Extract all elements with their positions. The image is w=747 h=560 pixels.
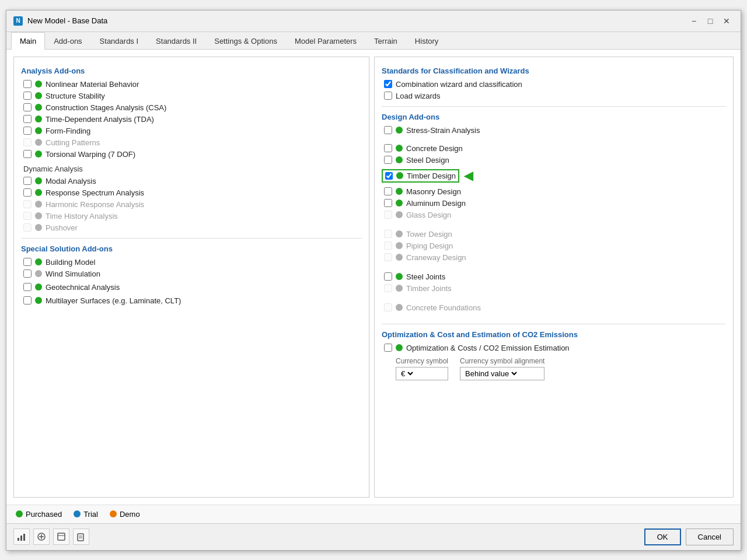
optimization-main: Optimization & Costs / CO2 Emission Esti… — [384, 344, 726, 352]
design-glass: Glass Design — [384, 211, 726, 219]
bottom-icon-tool2[interactable] — [53, 528, 69, 545]
addon-csa-checkbox[interactable] — [23, 103, 32, 111]
standards-title: Standards for Classification and Wizards — [382, 66, 726, 75]
currency-alignment-dropdown[interactable]: Behind value Before value — [463, 369, 519, 379]
addon-torsional: Torsional Warping (7 DOF) — [23, 150, 362, 159]
maximize-button[interactable]: □ — [703, 15, 717, 27]
tab-standards2[interactable]: Standards II — [147, 32, 205, 50]
bottom-icon-tool3[interactable] — [73, 528, 89, 545]
currency-alignment-select[interactable]: Behind value Before value — [460, 367, 544, 380]
design-steel-joints-dot — [396, 273, 403, 280]
std-load-label: Load wizards — [396, 92, 441, 100]
std-load-checkbox[interactable] — [384, 92, 392, 100]
title-bar: N New Model - Base Data − □ ✕ — [6, 10, 741, 32]
standards-section: Standards for Classification and Wizards… — [382, 66, 726, 100]
tab-standards1[interactable]: Standards I — [91, 32, 148, 50]
optimization-checkbox[interactable] — [384, 344, 392, 352]
svg-rect-0 — [18, 538, 19, 541]
addon-cutting-checkbox — [23, 138, 32, 146]
dynamic-response-checkbox[interactable] — [23, 188, 32, 197]
bottom-icon-chart[interactable] — [13, 528, 30, 545]
legend-trial-label: Trial — [83, 510, 98, 519]
tab-history[interactable]: History — [406, 32, 447, 50]
std-load-wizards: Load wizards — [384, 92, 726, 100]
design-section: Design Add-ons Stress-Strain Analysis Co… — [382, 113, 726, 312]
dynamic-harmonic-label: Harmonic Response Analysis — [46, 200, 144, 209]
minimize-button[interactable]: − — [687, 15, 701, 27]
design-conc-found-label: Concrete Foundations — [406, 303, 481, 312]
special-geo-label: Geotechnical Analysis — [46, 283, 120, 292]
bottom-icon-tool1[interactable] — [33, 528, 50, 545]
tab-addons[interactable]: Add-ons — [45, 32, 90, 50]
design-concrete-checkbox[interactable] — [384, 144, 392, 152]
tab-main[interactable]: Main — [11, 32, 45, 50]
cancel-button[interactable]: Cancel — [686, 528, 734, 545]
design-piping-dot — [396, 242, 403, 249]
dynamic-pushover-checkbox — [23, 223, 32, 232]
dynamic-modal-label: Modal Analysis — [46, 177, 96, 186]
std-combo-checkbox[interactable] — [384, 80, 392, 88]
addon-csa-label: Construction Stages Analysis (CSA) — [46, 103, 166, 112]
design-steel-joints-label: Steel Joints — [406, 272, 445, 281]
design-glass-dot — [396, 211, 403, 218]
main-window: N New Model - Base Data − □ ✕ Main Add-o… — [6, 10, 741, 551]
design-aluminum-checkbox[interactable] — [384, 199, 392, 207]
special-multilayer-dot — [35, 297, 42, 304]
addon-torsional-checkbox[interactable] — [23, 150, 32, 158]
ok-button[interactable]: OK — [644, 528, 681, 545]
optimization-label: Optimization & Costs / CO2 Emission Esti… — [406, 344, 570, 352]
addon-nonlinear-checkbox[interactable] — [23, 80, 32, 88]
bottom-icons — [13, 528, 89, 545]
design-concrete: Concrete Design — [384, 144, 726, 153]
special-multilayer: Multilayer Surfaces (e.g. Laminate, CLT) — [23, 296, 362, 305]
dynamic-pushover-label: Pushover — [46, 223, 78, 232]
optimization-dot — [396, 344, 403, 351]
tab-terrain[interactable]: Terrain — [365, 32, 406, 50]
special-multilayer-checkbox[interactable] — [23, 296, 32, 304]
design-glass-checkbox — [384, 211, 392, 219]
design-conc-found-checkbox — [384, 303, 392, 312]
close-button[interactable]: ✕ — [720, 15, 734, 27]
special-geo-checkbox[interactable] — [23, 283, 32, 291]
right-panel: Standards for Classification and Wizards… — [374, 57, 734, 498]
svg-rect-6 — [58, 533, 65, 540]
special-geotechnical: Geotechnical Analysis — [23, 283, 362, 292]
legend-demo-label: Demo — [120, 510, 140, 519]
dynamic-modal-checkbox[interactable] — [23, 177, 32, 185]
dynamic-response-dot — [35, 189, 42, 196]
special-building-dot — [35, 258, 42, 265]
currency-symbol-select[interactable]: € $ £ — [396, 367, 448, 380]
addon-form-finding: Form-Finding — [23, 127, 362, 135]
window-title: New Model - Base Data — [27, 16, 107, 25]
addon-nonlinear-label: Nonlinear Material Behavior — [46, 80, 139, 89]
special-building: Building Model — [23, 258, 362, 267]
legend-trial: Trial — [74, 510, 98, 519]
addon-nonlinear: Nonlinear Material Behavior — [23, 80, 362, 89]
design-steel-checkbox[interactable] — [384, 156, 392, 164]
design-timber-checkbox[interactable] — [385, 172, 393, 180]
dynamic-time-dot — [35, 212, 42, 219]
addon-torsional-dot — [35, 150, 42, 158]
svg-rect-1 — [20, 536, 22, 541]
special-building-checkbox[interactable] — [23, 258, 32, 266]
addon-cutting-label: Cutting Patterns — [46, 138, 100, 147]
addon-stability-checkbox[interactable] — [23, 92, 32, 100]
dynamic-modal: Modal Analysis — [23, 177, 362, 186]
addon-tda: Time-Dependent Analysis (TDA) — [23, 115, 362, 124]
addon-form-checkbox[interactable] — [23, 127, 32, 135]
tab-model-params[interactable]: Model Parameters — [286, 32, 365, 50]
legend-trial-dot — [74, 510, 81, 517]
addon-csa-dot — [35, 104, 42, 111]
design-masonry-checkbox[interactable] — [384, 187, 392, 195]
design-stress-checkbox[interactable] — [384, 126, 392, 134]
tab-settings[interactable]: Settings & Options — [205, 32, 286, 50]
legend-purchased-dot — [16, 510, 23, 517]
dynamic-pushover: Pushover — [23, 223, 362, 232]
currency-symbol-dropdown[interactable]: € $ £ — [399, 369, 415, 379]
design-steel: Steel Design — [384, 156, 726, 164]
addon-stability-label: Structure Stability — [46, 92, 105, 100]
design-steel-joints-checkbox[interactable] — [384, 272, 392, 281]
currency-alignment-field: Currency symbol alignment Behind value B… — [460, 357, 544, 380]
special-wind-checkbox[interactable] — [23, 270, 32, 278]
addon-tda-checkbox[interactable] — [23, 115, 32, 123]
